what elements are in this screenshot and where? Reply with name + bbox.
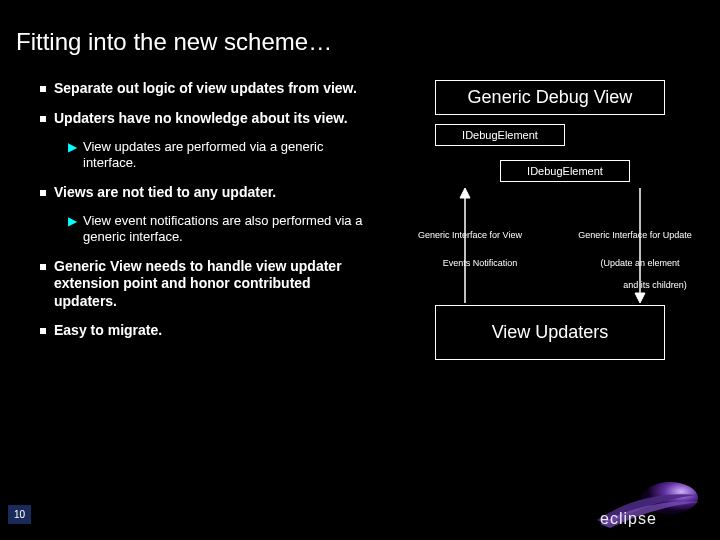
sub-bullet-item: ▶ View updates are performed via a gener… (68, 139, 370, 172)
label-children: and its children) (600, 280, 710, 292)
box-label: IDebugElement (501, 161, 629, 181)
bullet-text: Updaters have no knowledge about its vie… (54, 110, 348, 128)
bullet-text: Generic View needs to handle view update… (54, 258, 370, 311)
sub-bullet-text: View event notifications are also perfor… (83, 213, 370, 246)
bullet-text: Views are not tied to any updater. (54, 184, 276, 202)
bullet-marker (40, 264, 46, 270)
svg-marker-3 (635, 293, 645, 303)
box-view-updaters: View Updaters (435, 305, 665, 360)
svg-marker-1 (460, 188, 470, 198)
arrow-up-icon (455, 188, 475, 303)
bullet-item: Views are not tied to any updater. (40, 184, 370, 202)
box-generic-view: Generic Debug View (435, 80, 665, 115)
bullet-marker (40, 116, 46, 122)
bullet-text: Separate out logic of view updates from … (54, 80, 357, 98)
bullet-list: Separate out logic of view updates from … (40, 80, 370, 352)
logo-text: eclipse (600, 510, 657, 528)
label-generic-interface-view: Generic Interface for View (400, 230, 540, 242)
slide-title: Fitting into the new scheme… (16, 28, 332, 56)
box-label: IDebugElement (436, 125, 564, 145)
slide: Fitting into the new scheme… Separate ou… (0, 0, 720, 540)
arrow-icon: ▶ (68, 214, 77, 246)
bullet-item: Easy to migrate. (40, 322, 370, 340)
label-generic-interface-update: Generic Interface for Update (560, 230, 710, 242)
sub-bullet-item: ▶ View event notifications are also perf… (68, 213, 370, 246)
page-number: 10 (8, 505, 31, 524)
bullet-item: Updaters have no knowledge about its vie… (40, 110, 370, 128)
arrow-icon: ▶ (68, 140, 77, 172)
bullet-text: Easy to migrate. (54, 322, 162, 340)
bullet-marker (40, 190, 46, 196)
eclipse-logo: eclipse (592, 480, 702, 530)
box-idebug-element: IDebugElement (500, 160, 630, 182)
box-label: Generic Debug View (436, 81, 664, 114)
bullet-item: Generic View needs to handle view update… (40, 258, 370, 311)
bullet-marker (40, 328, 46, 334)
label-events-notification: Events Notification (425, 258, 535, 270)
box-label: View Updaters (436, 306, 664, 359)
box-idebug-element: IDebugElement (435, 124, 565, 146)
label-update-element: (Update an element (575, 258, 705, 270)
sub-bullet-text: View updates are performed via a generic… (83, 139, 370, 172)
bullet-item: Separate out logic of view updates from … (40, 80, 370, 98)
bullet-marker (40, 86, 46, 92)
